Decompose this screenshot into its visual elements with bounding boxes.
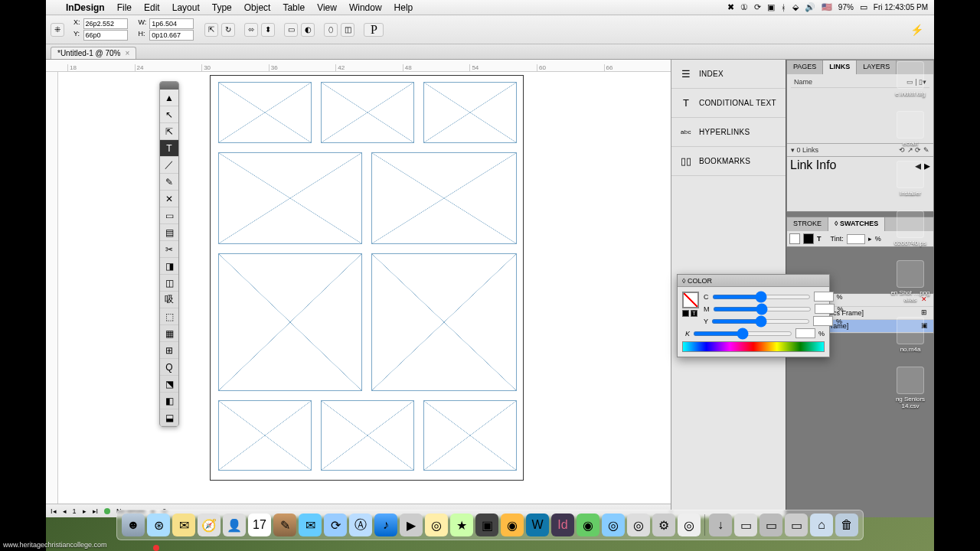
trash-icon[interactable]: 🗑 [835,514,858,536]
magenta-slider[interactable] [713,307,812,311]
menu-view[interactable]: View [311,2,343,13]
spectrum-ramp[interactable] [682,341,825,352]
menu-file[interactable]: File [111,2,138,13]
scissors-tool[interactable]: ✂ [160,241,178,258]
image-frame[interactable] [218,82,312,143]
prev-page-icon[interactable]: ◂ [63,507,67,515]
wifi-icon[interactable]: ⬙ [792,2,799,12]
battery-icon[interactable]: ▭ [860,2,867,12]
last-page-icon[interactable]: ▸I [93,507,99,515]
color-apply-tool[interactable]: ◧ [160,393,178,409]
status-icon[interactable]: ✖ [727,2,734,12]
tools-panel[interactable]: ▲ ↖ ⇱ T ／ ✎ ✕ ▭ ▤ ✂ ◨ ◫ 吸 ⬚ ▦ ⊞ Q ⬔ ◧ ⬓ [159,81,179,427]
first-page-icon[interactable]: I◂ [51,507,57,515]
ruler-horizontal[interactable]: 18 24 30 36 42 48 54 60 66 [46,60,671,72]
format-text-icon[interactable]: T [817,235,822,243]
mail-icon[interactable]: ✉ [172,514,195,536]
app-icon[interactable]: ◉ [577,514,599,536]
image-frame[interactable] [423,82,517,143]
calendar-icon[interactable]: 17 [248,514,271,536]
menu-table[interactable]: Table [276,2,311,13]
y-field[interactable] [83,30,128,41]
image-frame[interactable] [218,152,362,244]
indesign-icon[interactable]: Id [551,514,574,536]
quick-apply-icon[interactable]: ⚡ [910,24,929,36]
airplay-icon[interactable]: ▣ [767,2,775,12]
panel-conditional[interactable]: TCONDITIONAL TEXT [671,89,786,118]
itunes-icon[interactable]: ♪ [374,514,397,536]
image-frame[interactable] [371,152,517,244]
cyan-field[interactable] [814,292,834,302]
ruler-vertical[interactable] [46,72,58,504]
pencil-tool[interactable]: ✕ [160,191,178,207]
effects-icon[interactable]: ⬯ [324,23,338,37]
finder-icon[interactable]: ☻ [122,514,145,536]
menu-object[interactable]: Object [238,2,277,13]
canvas[interactable] [58,72,671,504]
panel-index[interactable]: ☰INDEX [671,60,786,89]
downloads-icon[interactable]: ↓ [709,514,732,536]
chrome-icon[interactable]: ◎ [627,514,650,536]
folder-icon[interactable]: ▭ [785,514,808,536]
yellow-field[interactable] [813,316,833,326]
h-field[interactable] [149,30,194,41]
menu-type[interactable]: Type [206,2,238,13]
bluetooth-icon[interactable]: ᚼ [781,3,786,12]
wrap-icon[interactable]: ◫ [341,23,354,37]
folder-icon[interactable]: ▭ [760,514,782,536]
tint-field[interactable] [847,234,865,244]
fill-stroke-tool[interactable]: ⬔ [160,376,178,393]
preview-icon[interactable]: ◎ [425,514,448,536]
stroke-icon[interactable]: ▭ [284,23,298,37]
desktop-file[interactable]: no.m4a [887,317,934,353]
desktop-file[interactable]: 0200740.ps [887,210,934,246]
app-icon[interactable]: ◎ [678,514,701,536]
desktop-file[interactable]: en Shot …png alias [887,260,934,303]
rotate-icon[interactable]: ↻ [221,23,235,37]
stroke-swatch-icon[interactable] [803,233,814,244]
page-tool[interactable]: ⇱ [160,123,178,140]
desktop-file[interactable]: e.indtdf.dfg [887,61,934,97]
flag-icon[interactable]: 🇺🇸 [822,2,832,12]
fill-swatch-icon[interactable] [789,233,800,244]
status-icon[interactable]: ① [740,2,748,12]
line-tool[interactable]: ／ [160,157,178,174]
reference-point-icon[interactable]: ⁜ [51,23,64,37]
rectangle-frame-tool[interactable]: ▭ [160,207,178,224]
fill-icon[interactable]: ◐ [301,23,315,37]
gradient-feather-tool[interactable]: ▦ [160,325,178,342]
safari-icon[interactable]: 🧭 [198,514,220,536]
black-slider[interactable] [693,331,792,336]
page[interactable] [210,75,524,481]
image-frame[interactable] [423,400,517,471]
document-tab[interactable]: *Untitled-1 @ 70% × [51,47,136,59]
image-frame[interactable] [218,400,312,471]
tab-pages[interactable]: PAGES [787,60,823,74]
magenta-field[interactable] [815,304,835,314]
color-panel[interactable]: ◊ COLOR T C% M% Y% K% [677,274,830,357]
terminal-icon[interactable]: ▣ [475,514,498,536]
quicktime-icon[interactable]: ▶ [400,514,423,536]
scale-icon[interactable]: ⇱ [204,23,218,37]
menu-layout[interactable]: Layout [166,2,206,13]
black-field[interactable] [795,328,815,338]
flip-v-icon[interactable]: ⬍ [261,23,275,37]
desktop-file[interactable]: ng Seniors 14.csv [887,367,934,409]
app-icon[interactable]: ◎ [602,514,625,536]
image-frame[interactable] [321,82,414,143]
paragraph-style-icon[interactable]: P [364,23,384,37]
view-mode-tool[interactable]: ⬓ [160,409,178,426]
tab-links[interactable]: LINKS [823,60,857,74]
panel-bookmarks[interactable]: ▯▯BOOKMARKS [671,147,786,176]
selection-tool[interactable]: ▲ [160,90,178,106]
zoom-tool[interactable]: Q [160,359,178,376]
firefox-icon[interactable]: ◉ [501,514,524,536]
facetime-icon[interactable]: ⟳ [324,514,347,536]
sysprefs-icon[interactable]: ⚙ [652,514,675,536]
image-frame[interactable] [321,400,414,471]
color-swatch-proxy[interactable]: T [682,292,699,317]
menu-edit[interactable]: Edit [138,2,166,13]
folder-icon[interactable]: ⌂ [810,514,833,536]
type-tool[interactable]: T [160,140,178,157]
appstore-icon[interactable]: Ⓐ [349,514,372,536]
